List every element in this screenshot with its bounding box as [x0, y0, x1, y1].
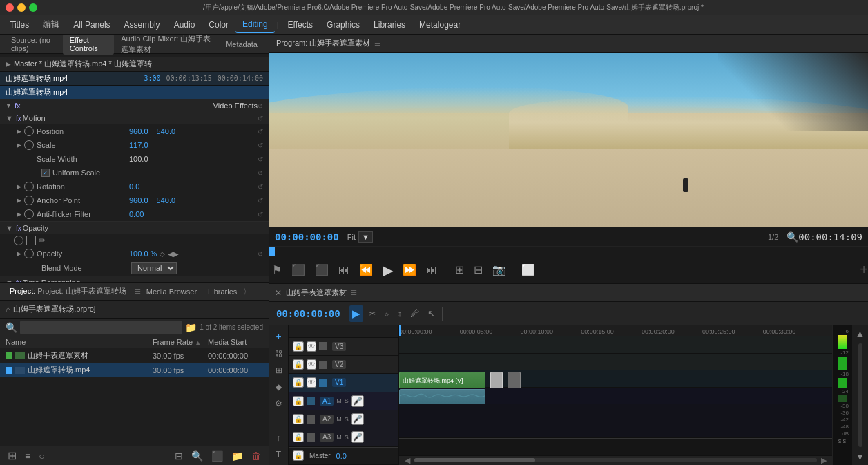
ec-ap-y[interactable]: 540.0	[157, 196, 176, 205]
monitor-current-time[interactable]: 00:00:00:00	[275, 231, 339, 243]
a3-mic-icon[interactable]: 🎤	[351, 431, 364, 443]
pb-marker-btn[interactable]: ⚑	[269, 260, 284, 279]
ec-scale-toggle[interactable]: ▶	[17, 142, 21, 149]
tl-right-scroll-down[interactable]: ▼	[856, 451, 865, 462]
ec-opa-keyframe[interactable]: ◇	[160, 250, 165, 258]
tl-ripple-tool[interactable]: ⬦	[381, 306, 392, 321]
pb-play-btn[interactable]: ▶	[380, 259, 396, 281]
v1-track-name[interactable]: V1	[332, 378, 346, 387]
tl-scroll-right[interactable]: ▶	[821, 456, 827, 465]
v1-eye-icon[interactable]: 👁	[307, 377, 316, 388]
pb-to-out-btn[interactable]: ⏭	[423, 261, 440, 279]
tl-close-icon[interactable]: ✕	[275, 288, 282, 298]
tl-slip-tool[interactable]: ↕	[395, 306, 405, 321]
tl-cursor-tool[interactable]: ↖	[425, 306, 438, 321]
proj-tab-main[interactable]: Project: Project: 山姆手表遮罩转场	[4, 284, 132, 298]
tl-side-link[interactable]: ⛓	[273, 348, 284, 360]
menu-color[interactable]: Color	[202, 17, 235, 32]
proj-tab-media[interactable]: Media Browser	[141, 285, 202, 298]
ec-ap-toggle[interactable]: ▶	[17, 197, 21, 204]
mc-zoom-btn[interactable]: 🔍	[787, 231, 798, 243]
a1-m-btn[interactable]: M	[336, 397, 342, 404]
v1-lock-icon[interactable]: 🔒	[293, 377, 304, 388]
ec-opa-reset[interactable]: ↺	[258, 250, 263, 258]
ec-opa-value[interactable]: 100.0 %	[129, 249, 157, 258]
ec-opa-nav-right[interactable]: ▶	[173, 250, 179, 258]
proj-tab-libraries[interactable]: Libraries	[202, 285, 242, 298]
ec-uniform-checkbox[interactable]: ✓	[41, 169, 50, 177]
menu-graphics[interactable]: Graphics	[320, 17, 367, 32]
ec-position-y[interactable]: 540.0	[157, 127, 176, 135]
a2-m-btn[interactable]: M	[336, 416, 342, 423]
ec-opa-nav-left[interactable]: ◀	[168, 250, 173, 258]
menu-metalogear[interactable]: Metalogear	[412, 17, 467, 32]
pb-frame-back-btn[interactable]: ⬛	[312, 260, 331, 279]
ec-opacity-header[interactable]: ▼ fx Opacity	[0, 222, 269, 234]
pb-loop-btn[interactable]: ⊞	[452, 260, 467, 279]
ec-scale-reset[interactable]: ↺	[258, 142, 263, 149]
menu-audio[interactable]: Audio	[167, 17, 202, 32]
tab-effect-controls[interactable]: Effect Controls	[63, 35, 114, 55]
v2-eye-icon[interactable]: 👁	[307, 359, 316, 370]
file-row-1[interactable]: 山姆手表遮罩素材 30.00 fps 00:00:00:00	[0, 348, 269, 363]
tl-side-snap[interactable]: ⊞	[274, 364, 284, 377]
menu-edit[interactable]: 编辑	[36, 16, 66, 33]
a3-s-btn[interactable]: S	[345, 434, 349, 441]
a2-track-name[interactable]: A2	[320, 415, 334, 424]
menu-assembly[interactable]: Assembly	[117, 17, 167, 32]
tl-side-arrow[interactable]: ↑	[276, 432, 282, 444]
ec-sw-value[interactable]: 100.0	[129, 155, 148, 163]
proj-list-btn[interactable]: ⊞	[6, 448, 19, 464]
sort-icon-fps[interactable]: ▲	[195, 339, 201, 346]
menu-editing[interactable]: Editing	[235, 17, 275, 33]
proj-menu-icon[interactable]: ☰	[135, 287, 141, 295]
tl-right-scroll-up[interactable]: ▲	[856, 328, 865, 339]
a2-s-btn[interactable]: S	[345, 416, 349, 423]
ec-position-toggle[interactable]: ▶	[17, 128, 21, 135]
tl-side-add-track[interactable]: +	[274, 330, 282, 343]
pb-step-back-btn[interactable]: ⬛	[289, 260, 308, 279]
v2-lock-icon[interactable]: 🔒	[293, 359, 304, 370]
v3-track-name[interactable]: V3	[332, 342, 346, 351]
pb-prev-edit-btn[interactable]: ⏪	[356, 260, 376, 279]
new-folder-icon[interactable]: 📁	[185, 322, 197, 333]
master-value[interactable]: 0.0	[336, 452, 347, 460]
ec-af-toggle[interactable]: ▶	[17, 211, 21, 218]
tl-right-scrollbar[interactable]	[858, 343, 862, 447]
close-button[interactable]	[6, 3, 14, 12]
pb-trim-btn[interactable]: ⬜	[519, 260, 538, 279]
proj-search2-btn[interactable]: 🔍	[189, 449, 205, 463]
minimize-button[interactable]	[17, 3, 26, 12]
ec-tr-header[interactable]: ▼ fx Time Remapping	[0, 276, 269, 282]
v3-lock-icon[interactable]: 🔒	[293, 341, 304, 352]
scrubber-bar[interactable]	[269, 247, 868, 256]
a3-m-btn[interactable]: M	[336, 434, 342, 441]
tl-menu-icon[interactable]: ☰	[351, 289, 357, 296]
a3-track-name[interactable]: A3	[320, 433, 334, 442]
master-lock-icon[interactable]: 🔒	[293, 450, 304, 461]
menu-titles[interactable]: Titles	[3, 17, 36, 32]
tl-scroll-left[interactable]: ◀	[405, 456, 410, 465]
proj-detail-btn[interactable]: ○	[37, 449, 46, 463]
search-icon-btn[interactable]: 🔍	[6, 322, 17, 333]
proj-delete-btn[interactable]: 🗑	[249, 449, 263, 463]
fit-dropdown[interactable]: ▼	[358, 231, 373, 243]
search-input[interactable]	[20, 321, 182, 334]
ec-ap-x[interactable]: 960.0	[129, 196, 148, 205]
ec-motion-header[interactable]: ▼ fx Motion ↺	[0, 112, 269, 124]
v2-track-name[interactable]: V2	[332, 360, 346, 369]
menu-effects[interactable]: Effects	[281, 17, 320, 32]
ec-motion-reset[interactable]: ↺	[258, 115, 263, 122]
ec-video-effects-header[interactable]: ▼ fx Video Effects ↺	[0, 99, 269, 112]
a2-lock-icon[interactable]: 🔒	[293, 414, 304, 424]
ec-rot-toggle[interactable]: ▶	[17, 183, 21, 190]
ec-rot-value[interactable]: 0.0	[129, 182, 139, 191]
proj-tab-scroll[interactable]: ⟩	[244, 287, 247, 295]
ec-sw-reset[interactable]: ↺	[258, 155, 263, 163]
proj-new-item-btn[interactable]: ⬛	[209, 449, 225, 463]
a1-mic-icon[interactable]: 🎤	[351, 395, 364, 407]
ec-reset-icon[interactable]: ↺	[258, 102, 263, 110]
ec-opa-toggle[interactable]: ▶	[17, 250, 21, 257]
maximize-button[interactable]	[29, 3, 37, 12]
a1-lock-icon[interactable]: 🔒	[293, 396, 304, 406]
